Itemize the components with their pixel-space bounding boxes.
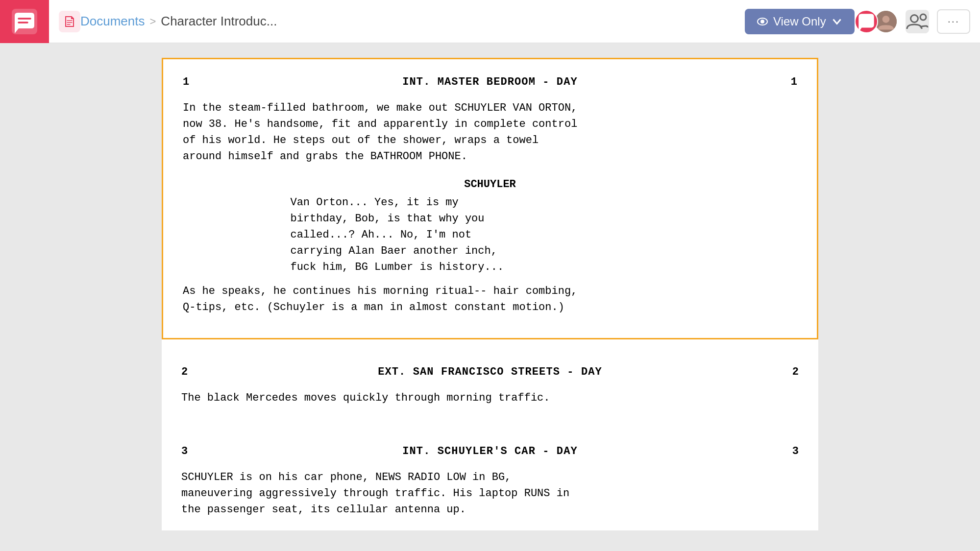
app-logo-icon: [11, 8, 38, 35]
scene-3-number-left: 3: [181, 443, 188, 459]
scene-1-number-right: 1: [791, 74, 797, 90]
scene-3-header: 3 INT. SCHUYLER'S CAR - DAY 3: [181, 443, 799, 459]
avatar-pink: [855, 10, 878, 33]
scene-3: 3 INT. SCHUYLER'S CAR - DAY 3 SCHUYLER i…: [162, 429, 818, 530]
document-icon: [63, 15, 76, 28]
breadcrumb: Documents > Character Introduc...: [80, 14, 745, 29]
scene-3-number-right: 3: [792, 443, 799, 459]
scene-3-action: SCHUYLER is on his car phone, NEWS RADIO…: [181, 469, 799, 518]
avatar-group: [855, 10, 898, 33]
scene-1-action-2: As he speaks, he continues his morning r…: [183, 283, 797, 315]
schuyler-dialogue: Van Orton... Yes, it is my birthday, Bob…: [290, 194, 689, 275]
main-content: 1 INT. MASTER BEDROOM - DAY 1 In the ste…: [0, 43, 980, 551]
scene-1-action-1: In the steam-filled bathroom, we make ou…: [183, 100, 797, 165]
users-icon: [906, 10, 929, 33]
scene-3-title: INT. SCHUYLER'S CAR - DAY: [402, 443, 578, 459]
character-schuyler: SCHUYLER: [183, 176, 797, 192]
view-only-button[interactable]: View Only: [745, 9, 855, 34]
chat-avatar-icon: [856, 11, 877, 32]
user-photo: [875, 11, 897, 32]
scene-2-number-left: 2: [181, 364, 188, 380]
svg-point-6: [920, 14, 926, 20]
topbar: Documents > Character Introduc... View O…: [0, 0, 980, 43]
scene-1: 1 INT. MASTER BEDROOM - DAY 1 In the ste…: [162, 58, 818, 339]
svg-point-2: [761, 20, 764, 23]
document-icon-button[interactable]: [59, 11, 80, 32]
topbar-right: ···: [855, 9, 970, 34]
svg-point-4: [882, 16, 889, 23]
scene-separator-1: [162, 339, 818, 349]
scene-1-title: INT. MASTER BEDROOM - DAY: [402, 74, 578, 90]
more-options-label: ···: [948, 15, 959, 27]
scene-2-number-right: 2: [792, 364, 799, 380]
manage-users-button[interactable]: [906, 10, 929, 33]
svg-point-5: [910, 15, 918, 22]
scene-separator-2: [162, 419, 818, 429]
scene-2-action: The black Mercedes moves quickly through…: [181, 390, 799, 406]
documents-link[interactable]: Documents: [80, 14, 145, 29]
screenplay-document: 1 INT. MASTER BEDROOM - DAY 1 In the ste…: [162, 58, 818, 530]
chevron-down-icon: [831, 16, 843, 27]
scene-2: 2 EXT. SAN FRANCISCO STREETS - DAY 2 The…: [162, 349, 818, 419]
scene-1-number-left: 1: [183, 74, 189, 90]
view-only-label: View Only: [773, 15, 826, 28]
scene-2-header: 2 EXT. SAN FRANCISCO STREETS - DAY 2: [181, 364, 799, 380]
scene-2-title: EXT. SAN FRANCISCO STREETS - DAY: [378, 364, 602, 380]
more-options-button[interactable]: ···: [937, 9, 970, 34]
current-document-title: Character Introduc...: [161, 14, 277, 29]
breadcrumb-separator: >: [150, 15, 156, 28]
eye-icon: [757, 16, 768, 27]
app-logo[interactable]: [0, 0, 49, 43]
scene-1-header: 1 INT. MASTER BEDROOM - DAY 1: [183, 74, 797, 90]
